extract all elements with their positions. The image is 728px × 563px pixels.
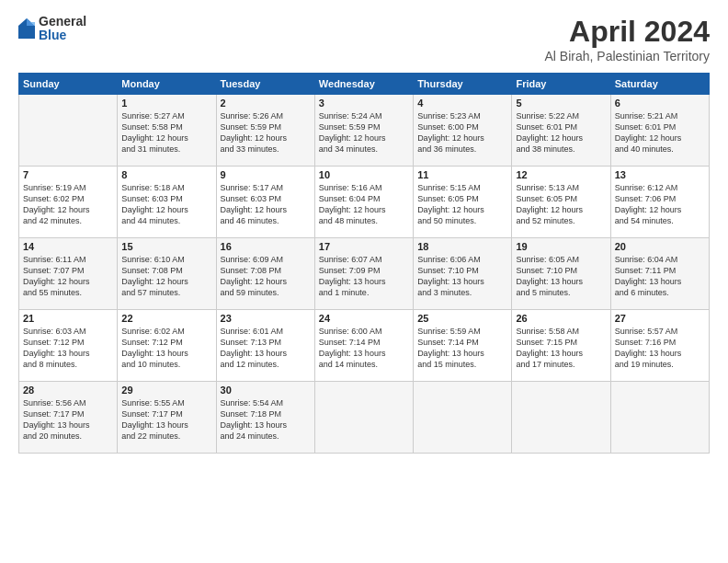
week-row-4: 28Sunrise: 5:56 AM Sunset: 7:17 PM Dayli…: [19, 382, 710, 454]
day-number: 18: [417, 241, 507, 252]
week-row-3: 21Sunrise: 6:03 AM Sunset: 7:12 PM Dayli…: [19, 310, 710, 382]
calendar-cell: 6Sunrise: 5:21 AM Sunset: 6:01 PM Daylig…: [610, 95, 709, 167]
calendar-cell: 30Sunrise: 5:54 AM Sunset: 7:18 PM Dayli…: [216, 382, 314, 454]
calendar-cell: [314, 382, 413, 454]
calendar-cell: 5Sunrise: 5:22 AM Sunset: 6:01 PM Daylig…: [512, 95, 610, 167]
calendar-cell: 15Sunrise: 6:10 AM Sunset: 7:08 PM Dayli…: [118, 238, 216, 310]
logo: General Blue: [18, 15, 86, 43]
day-number: 1: [121, 98, 211, 109]
day-info: Sunrise: 5:57 AM Sunset: 7:16 PM Dayligh…: [615, 326, 705, 371]
day-info: Sunrise: 5:27 AM Sunset: 5:58 PM Dayligh…: [121, 110, 211, 155]
calendar-cell: 29Sunrise: 5:55 AM Sunset: 7:17 PM Dayli…: [118, 382, 216, 454]
day-number: 21: [23, 313, 113, 324]
day-info: Sunrise: 5:23 AM Sunset: 6:00 PM Dayligh…: [417, 110, 507, 155]
day-info: Sunrise: 5:17 AM Sunset: 6:03 PM Dayligh…: [221, 182, 311, 227]
calendar-cell: 26Sunrise: 5:58 AM Sunset: 7:15 PM Dayli…: [512, 310, 610, 382]
calendar-cell: 27Sunrise: 5:57 AM Sunset: 7:16 PM Dayli…: [610, 310, 709, 382]
day-info: Sunrise: 5:55 AM Sunset: 7:17 PM Dayligh…: [121, 397, 211, 442]
day-info: Sunrise: 5:21 AM Sunset: 6:01 PM Dayligh…: [615, 110, 705, 155]
day-info: Sunrise: 6:12 AM Sunset: 7:06 PM Dayligh…: [615, 182, 705, 227]
calendar-cell: 14Sunrise: 6:11 AM Sunset: 7:07 PM Dayli…: [19, 238, 118, 310]
calendar-cell: 11Sunrise: 5:15 AM Sunset: 6:05 PM Dayli…: [414, 167, 512, 238]
day-info: Sunrise: 5:58 AM Sunset: 7:15 PM Dayligh…: [516, 326, 606, 371]
header-friday: Friday: [512, 74, 610, 95]
day-number: 30: [221, 385, 311, 396]
day-number: 16: [221, 241, 311, 252]
day-number: 11: [417, 169, 507, 180]
day-number: 8: [121, 169, 211, 180]
calendar-cell: 9Sunrise: 5:17 AM Sunset: 6:03 PM Daylig…: [216, 167, 314, 238]
calendar-cell: 21Sunrise: 6:03 AM Sunset: 7:12 PM Dayli…: [19, 310, 118, 382]
day-info: Sunrise: 5:19 AM Sunset: 6:02 PM Dayligh…: [23, 182, 113, 227]
logo-icon: [18, 18, 35, 39]
day-info: Sunrise: 5:56 AM Sunset: 7:17 PM Dayligh…: [23, 397, 113, 442]
calendar-cell: 25Sunrise: 5:59 AM Sunset: 7:14 PM Dayli…: [414, 310, 512, 382]
day-info: Sunrise: 6:02 AM Sunset: 7:12 PM Dayligh…: [121, 326, 211, 371]
day-info: Sunrise: 6:03 AM Sunset: 7:12 PM Dayligh…: [23, 326, 113, 371]
day-number: 14: [23, 241, 113, 252]
calendar-cell: 8Sunrise: 5:18 AM Sunset: 6:03 PM Daylig…: [118, 167, 216, 238]
header-row: SundayMondayTuesdayWednesdayThursdayFrid…: [19, 74, 710, 95]
location: Al Birah, Palestinian Territory: [545, 49, 710, 63]
calendar-cell: 10Sunrise: 5:16 AM Sunset: 6:04 PM Dayli…: [314, 167, 413, 238]
day-number: 10: [319, 169, 409, 180]
day-info: Sunrise: 6:01 AM Sunset: 7:13 PM Dayligh…: [221, 326, 311, 371]
calendar-cell: [512, 382, 610, 454]
calendar-cell: 16Sunrise: 6:09 AM Sunset: 7:08 PM Dayli…: [216, 238, 314, 310]
day-number: 17: [319, 241, 409, 252]
day-number: 4: [417, 98, 507, 109]
header-saturday: Saturday: [610, 74, 709, 95]
day-info: Sunrise: 5:54 AM Sunset: 7:18 PM Dayligh…: [221, 397, 311, 442]
day-info: Sunrise: 6:05 AM Sunset: 7:10 PM Dayligh…: [516, 254, 606, 299]
calendar-cell: 3Sunrise: 5:24 AM Sunset: 5:59 PM Daylig…: [314, 95, 413, 167]
day-info: Sunrise: 6:07 AM Sunset: 7:09 PM Dayligh…: [319, 254, 409, 299]
day-number: 27: [615, 313, 705, 324]
calendar-cell: [19, 95, 118, 167]
day-number: 29: [121, 385, 211, 396]
day-number: 6: [615, 98, 705, 109]
day-number: 12: [516, 169, 606, 180]
day-info: Sunrise: 6:00 AM Sunset: 7:14 PM Dayligh…: [319, 326, 409, 371]
calendar-cell: 19Sunrise: 6:05 AM Sunset: 7:10 PM Dayli…: [512, 238, 610, 310]
calendar-cell: 28Sunrise: 5:56 AM Sunset: 7:17 PM Dayli…: [19, 382, 118, 454]
day-info: Sunrise: 6:10 AM Sunset: 7:08 PM Dayligh…: [121, 254, 211, 299]
day-info: Sunrise: 6:06 AM Sunset: 7:10 PM Dayligh…: [417, 254, 507, 299]
day-number: 22: [121, 313, 211, 324]
header-wednesday: Wednesday: [314, 74, 413, 95]
calendar-page: General Blue April 2024 Al Birah, Palest…: [0, 0, 728, 563]
day-number: 15: [121, 241, 211, 252]
day-number: 2: [221, 98, 311, 109]
week-row-0: 1Sunrise: 5:27 AM Sunset: 5:58 PM Daylig…: [19, 95, 710, 167]
day-info: Sunrise: 5:16 AM Sunset: 6:04 PM Dayligh…: [319, 182, 409, 227]
week-row-2: 14Sunrise: 6:11 AM Sunset: 7:07 PM Dayli…: [19, 238, 710, 310]
calendar-cell: 18Sunrise: 6:06 AM Sunset: 7:10 PM Dayli…: [414, 238, 512, 310]
day-number: 26: [516, 313, 606, 324]
day-number: 24: [319, 313, 409, 324]
day-number: 28: [23, 385, 113, 396]
day-info: Sunrise: 6:11 AM Sunset: 7:07 PM Dayligh…: [23, 254, 113, 299]
header: General Blue April 2024 Al Birah, Palest…: [18, 15, 710, 63]
calendar-cell: [610, 382, 709, 454]
day-number: 20: [615, 241, 705, 252]
logo-general: General: [39, 15, 86, 29]
day-info: Sunrise: 6:04 AM Sunset: 7:11 PM Dayligh…: [615, 254, 705, 299]
calendar-cell: 22Sunrise: 6:02 AM Sunset: 7:12 PM Dayli…: [118, 310, 216, 382]
calendar-cell: 17Sunrise: 6:07 AM Sunset: 7:09 PM Dayli…: [314, 238, 413, 310]
calendar-cell: 13Sunrise: 6:12 AM Sunset: 7:06 PM Dayli…: [610, 167, 709, 238]
logo-blue: Blue: [39, 29, 86, 42]
calendar-cell: 2Sunrise: 5:26 AM Sunset: 5:59 PM Daylig…: [216, 95, 314, 167]
header-thursday: Thursday: [414, 74, 512, 95]
day-info: Sunrise: 5:26 AM Sunset: 5:59 PM Dayligh…: [221, 110, 311, 155]
title-block: April 2024 Al Birah, Palestinian Territo…: [545, 15, 710, 63]
calendar-header: SundayMondayTuesdayWednesdayThursdayFrid…: [19, 74, 710, 95]
calendar-cell: 20Sunrise: 6:04 AM Sunset: 7:11 PM Dayli…: [610, 238, 709, 310]
calendar-cell: 12Sunrise: 5:13 AM Sunset: 6:05 PM Dayli…: [512, 167, 610, 238]
day-number: 5: [516, 98, 606, 109]
calendar-body: 1Sunrise: 5:27 AM Sunset: 5:58 PM Daylig…: [19, 95, 710, 454]
day-number: 7: [23, 169, 113, 180]
header-monday: Monday: [118, 74, 216, 95]
day-number: 3: [319, 98, 409, 109]
calendar-cell: 23Sunrise: 6:01 AM Sunset: 7:13 PM Dayli…: [216, 310, 314, 382]
calendar-table: SundayMondayTuesdayWednesdayThursdayFrid…: [18, 73, 710, 454]
day-info: Sunrise: 5:22 AM Sunset: 6:01 PM Dayligh…: [516, 110, 606, 155]
